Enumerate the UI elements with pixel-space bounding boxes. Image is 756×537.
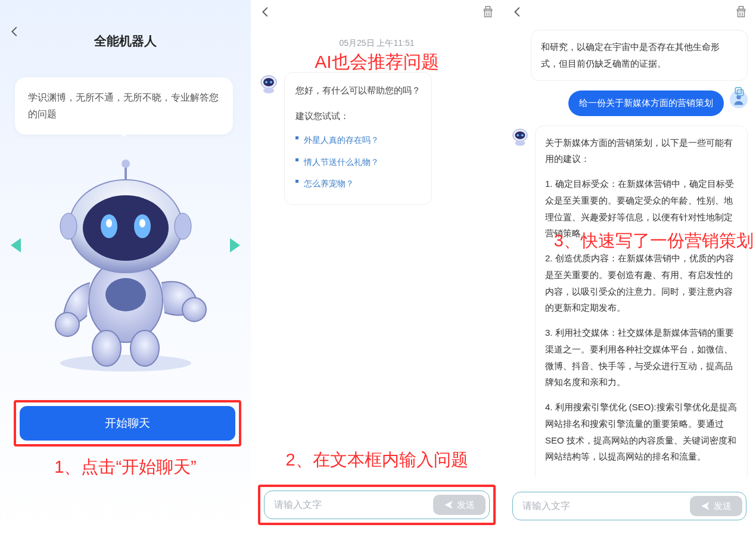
input-bar: 发送 (512, 492, 746, 520)
suggestion-item[interactable]: 外星人真的存在吗？ (295, 129, 421, 151)
cleanup-icon[interactable] (481, 5, 494, 21)
svg-point-0 (60, 355, 191, 371)
svg-point-5 (92, 330, 121, 366)
bot-avatar-icon (511, 128, 529, 146)
send-label: 发送 (457, 499, 475, 511)
svg-point-3 (55, 313, 79, 336)
copy-icon[interactable] (733, 86, 745, 100)
chat-panel-reply: 和研究，以确定在宇宙中是否存在其他生命形式，但目前仍缺乏确凿的证据。 给一份关于… (503, 0, 756, 537)
page-title: 全能机器人 (0, 33, 251, 49)
send-button[interactable]: 发送 (433, 495, 486, 515)
highlight-box: 发送 (258, 485, 496, 525)
user-bubble: 给一份关于新媒体方面的营销策划 (568, 90, 724, 116)
svg-point-32 (515, 131, 525, 139)
svg-point-22 (265, 81, 267, 83)
reply-point: 4. 利用搜索引擎优化 (SEO):搜索引擎优化是提高网站排名和搜索引擎流量的重… (545, 399, 738, 465)
annotation-step2: 2、在文本框内输入问题 (251, 448, 503, 472)
message-input[interactable] (513, 492, 686, 520)
message-input[interactable] (265, 491, 430, 519)
back-icon[interactable] (511, 5, 524, 21)
svg-point-35 (515, 140, 525, 145)
reply-intro: 关于新媒体方面的营销策划，以下是一些可能有用的建议： (545, 135, 738, 168)
reply-point: 2. 创造优质内容：在新媒体营销中，优质的内容是至关重要的。要创造有趣、有用、有… (545, 250, 738, 316)
svg-point-14 (122, 160, 130, 168)
robot-illustration (0, 155, 251, 375)
annotation-step1: 1、点击“开始聊天” (0, 455, 251, 479)
bot-message-row: 关于新媒体方面的营销策划，以下是一些可能有用的建议： 1. 确定目标受众：在新媒… (511, 126, 748, 478)
bot-bubble: 关于新媒体方面的营销策划，以下是一些可能有用的建议： 1. 确定目标受众：在新媒… (535, 126, 748, 478)
chat-panel-suggestions: 05月25日 上午11:51 AI也会推荐问题 您好，有什么可以帮助您的吗？ 建… (251, 0, 503, 537)
highlight-box: 开始聊天 (14, 400, 241, 447)
annotation-recommend: AI也会推荐问题 (251, 50, 503, 74)
cleanup-icon[interactable] (735, 5, 748, 21)
suggest-title: 建议您试试： (295, 108, 421, 125)
suggestion-item[interactable]: 怎么养宠物？ (295, 173, 421, 195)
bot-avatar-icon (259, 74, 278, 93)
intro-bubble: 学识渊博，无所不通，无所不晓，专业解答您的问题 (15, 77, 233, 135)
send-label: 发送 (714, 501, 732, 512)
annotation-step3: 3、快速写了一份营销策划 (554, 229, 754, 253)
input-bar: 发送 (264, 491, 490, 519)
start-chat-button[interactable]: 开始聊天 (20, 406, 235, 441)
svg-point-23 (270, 81, 272, 83)
svg-point-15 (60, 213, 77, 239)
svg-point-2 (105, 278, 146, 311)
user-message-row: 给一份关于新媒体方面的营销策划 (511, 90, 748, 116)
greeting-text: 您好，有什么可以帮助您的吗？ (295, 82, 421, 99)
back-icon[interactable] (259, 5, 272, 21)
bot-message-row: 和研究，以确定在宇宙中是否存在其他生命形式，但目前仍缺乏确凿的证据。 (511, 30, 748, 81)
svg-point-12 (139, 219, 145, 227)
reply-point: 3. 利用社交媒体：社交媒体是新媒体营销的重要渠道之一。要利用各种社交媒体平台，… (545, 324, 738, 391)
input-container: 发送 (512, 492, 746, 520)
suggestion-list: 外星人真的存在吗？ 情人节送什么礼物？ 怎么养宠物？ (295, 129, 421, 195)
svg-point-16 (175, 213, 191, 239)
svg-point-33 (517, 134, 519, 136)
bot-message-row: 您好，有什么可以帮助您的吗？ 建议您试试： 外星人真的存在吗？ 情人节送什么礼物… (251, 72, 503, 205)
suggestion-item[interactable]: 情人节送什么礼物？ (295, 151, 421, 173)
svg-point-24 (263, 88, 274, 93)
intro-panel: 全能机器人 学识渊博，无所不通，无所不晓，专业解答您的问题 (0, 0, 251, 537)
svg-point-11 (106, 219, 112, 227)
svg-rect-29 (735, 88, 741, 93)
bot-bubble: 您好，有什么可以帮助您的吗？ 建议您试试： 外星人真的存在吗？ 情人节送什么礼物… (284, 72, 432, 205)
send-button[interactable]: 发送 (690, 496, 742, 516)
bot-bubble: 和研究，以确定在宇宙中是否存在其他生命形式，但目前仍缺乏确凿的证据。 (531, 30, 748, 81)
svg-point-8 (83, 195, 169, 261)
svg-point-6 (130, 330, 159, 366)
svg-rect-28 (738, 90, 743, 96)
svg-point-34 (521, 134, 524, 136)
topbar (503, 0, 756, 26)
svg-point-21 (263, 78, 274, 86)
svg-point-4 (182, 298, 206, 321)
timestamp: 05月25日 上午11:51 (251, 38, 503, 49)
topbar (251, 0, 503, 26)
